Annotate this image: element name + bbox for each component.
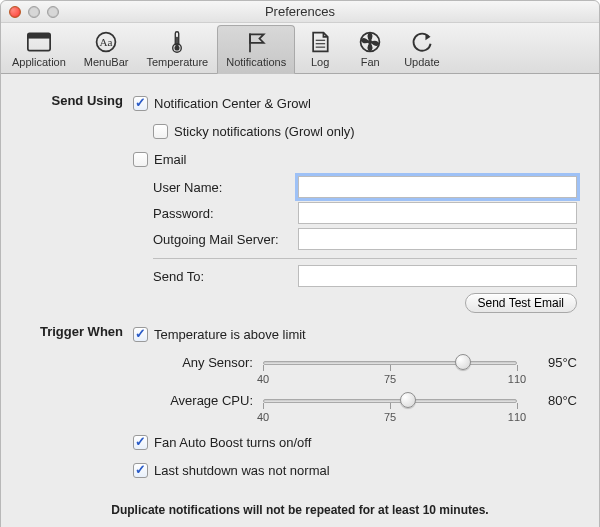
tab-label: Log [311, 56, 329, 68]
tab-log[interactable]: Log [295, 25, 345, 73]
tick-label: 75 [384, 373, 396, 385]
fan-boost-label: Fan Auto Boost turns on/off [154, 435, 311, 450]
trigger-when-heading: Trigger When [23, 323, 133, 487]
tab-notifications[interactable]: Notifications [217, 25, 295, 74]
password-label: Password: [153, 206, 298, 221]
tick-label: 110 [508, 411, 526, 423]
last-shutdown-checkbox[interactable] [133, 463, 148, 478]
send-test-email-button[interactable]: Send Test Email [465, 293, 578, 313]
window-title: Preferences [1, 4, 599, 19]
separator [153, 258, 577, 259]
section-trigger-when: Trigger When Temperature is above limit … [23, 323, 577, 487]
sendto-input[interactable] [298, 265, 577, 287]
toolbar: Application Aa MenuBar Temperature Notif… [1, 23, 599, 74]
tab-update[interactable]: Update [395, 25, 448, 73]
tab-application[interactable]: Application [3, 25, 75, 73]
password-input[interactable] [298, 202, 577, 224]
tab-label: MenuBar [84, 56, 129, 68]
section-send-using: Send Using Notification Center & Growl S… [23, 92, 577, 317]
svg-rect-7 [176, 37, 178, 47]
svg-rect-1 [28, 33, 50, 38]
any-sensor-label: Any Sensor: [153, 355, 253, 370]
tab-label: Temperature [146, 56, 208, 68]
any-sensor-value: 95°C [527, 355, 577, 370]
send-using-heading: Send Using [23, 92, 133, 317]
tab-label: Update [404, 56, 439, 68]
sticky-label: Sticky notifications (Growl only) [174, 124, 355, 139]
sticky-checkbox[interactable] [153, 124, 168, 139]
username-label: User Name: [153, 180, 298, 195]
titlebar: Preferences [1, 1, 599, 23]
tick-label: 110 [508, 373, 526, 385]
nc-growl-label: Notification Center & Growl [154, 96, 311, 111]
svg-text:Aa: Aa [100, 36, 113, 48]
flag-icon [242, 30, 270, 54]
email-label: Email [154, 152, 187, 167]
refresh-icon [408, 30, 436, 54]
avg-cpu-slider[interactable] [263, 389, 517, 411]
footer-note: Duplicate notifications will not be repe… [23, 503, 577, 517]
any-sensor-slider[interactable] [263, 351, 517, 373]
tab-label: Notifications [226, 56, 286, 68]
last-shutdown-label: Last shutdown was not normal [154, 463, 330, 478]
preferences-window: Preferences Application Aa MenuBar Tempe… [0, 0, 600, 527]
fan-boost-checkbox[interactable] [133, 435, 148, 450]
tick-label: 75 [384, 411, 396, 423]
email-checkbox[interactable] [133, 152, 148, 167]
nc-growl-checkbox[interactable] [133, 96, 148, 111]
username-input[interactable] [298, 176, 577, 198]
server-label: Outgoing Mail Server: [153, 232, 298, 247]
content-area: Send Using Notification Center & Growl S… [1, 74, 599, 527]
temp-above-checkbox[interactable] [133, 327, 148, 342]
sendto-label: Send To: [153, 269, 298, 284]
application-icon [25, 30, 53, 54]
server-input[interactable] [298, 228, 577, 250]
avg-cpu-label: Average CPU: [153, 393, 253, 408]
tick-label: 40 [257, 373, 269, 385]
tab-menubar[interactable]: Aa MenuBar [75, 25, 138, 73]
avg-cpu-value: 80°C [527, 393, 577, 408]
thermometer-icon [163, 30, 191, 54]
fan-icon [356, 30, 384, 54]
tick-label: 40 [257, 411, 269, 423]
font-icon: Aa [92, 30, 120, 54]
tab-fan[interactable]: Fan [345, 25, 395, 73]
tab-label: Application [12, 56, 66, 68]
tab-label: Fan [361, 56, 380, 68]
document-icon [306, 30, 334, 54]
tab-temperature[interactable]: Temperature [137, 25, 217, 73]
temp-above-label: Temperature is above limit [154, 327, 306, 342]
